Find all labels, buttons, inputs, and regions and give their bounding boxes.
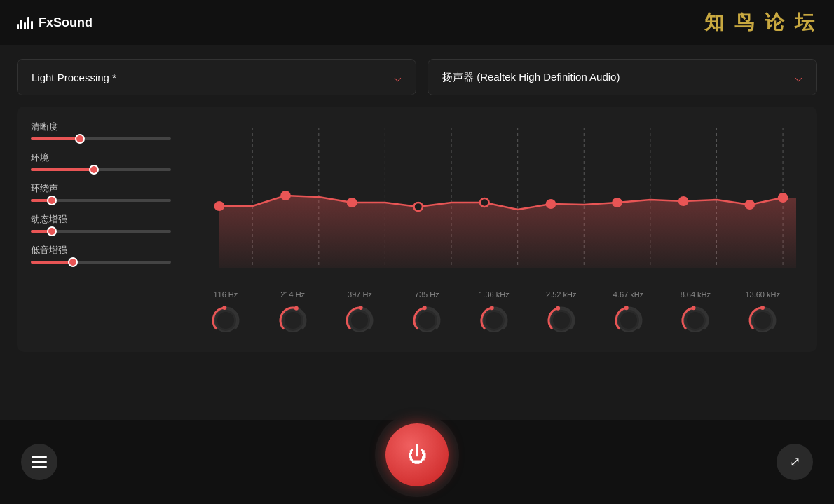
knob-svg-6 (612, 304, 645, 337)
svg-marker-9 (219, 196, 796, 268)
knob-svg-8 (746, 304, 779, 337)
knob-5[interactable] (544, 303, 579, 338)
sliders-panel: 清晰度环境环绕声动态增强低音增强 (31, 121, 185, 338)
eq-freq-label-0: 116 Hz (213, 290, 238, 299)
slider-thumb-surround (47, 196, 57, 205)
eq-band-col-4: 1.36 kHz (460, 290, 528, 338)
menu-line-1 (32, 456, 47, 458)
slider-row-dynamic: 动态增强 (31, 213, 171, 233)
logo-text: FxSound (39, 15, 93, 30)
svg-point-21 (217, 312, 234, 329)
expand-button[interactable]: ⤢ (777, 444, 813, 480)
knob-svg-3 (410, 304, 444, 337)
slider-thumb-ambience (89, 165, 99, 175)
eq-panel: 116 Hz214 Hz397 Hz735 Hz1.36 kHz2.52 kHz… (185, 121, 803, 338)
slider-thumb-clarity (75, 134, 85, 144)
eq-band-col-0: 116 Hz (192, 290, 259, 338)
svg-point-15 (547, 200, 556, 208)
knob-3[interactable] (409, 303, 444, 338)
power-button-outer: ⏻ (375, 413, 459, 497)
device-chevron: ⌵ (795, 69, 802, 85)
slider-thumb-dynamic (47, 226, 57, 236)
svg-point-14 (480, 198, 489, 207)
logo: FxSound (17, 15, 93, 30)
eq-freq-label-3: 735 Hz (415, 290, 439, 299)
slider-label-surround: 环绕声 (31, 182, 171, 195)
svg-point-19 (779, 193, 788, 202)
knob-4[interactable] (477, 303, 512, 338)
knob-svg-5 (545, 304, 578, 337)
svg-point-40 (624, 306, 628, 310)
menu-line-2 (32, 461, 47, 463)
svg-point-36 (553, 312, 570, 329)
slider-label-bass: 低音增强 (31, 244, 171, 257)
eq-band-col-3: 735 Hz (393, 290, 460, 338)
svg-point-10 (215, 202, 224, 210)
knob-6[interactable] (611, 303, 646, 338)
header: FxSound 知 鸟 论 坛 (0, 0, 834, 45)
knob-2[interactable] (342, 303, 377, 338)
slider-track-surround[interactable] (31, 199, 171, 202)
knob-svg-7 (678, 304, 712, 337)
menu-button[interactable] (21, 444, 57, 480)
knob-svg-4 (477, 304, 511, 337)
knob-svg-2 (343, 304, 376, 337)
svg-point-25 (294, 306, 299, 311)
power-icon: ⏻ (407, 445, 427, 465)
power-button[interactable]: ⏻ (385, 423, 449, 486)
svg-point-17 (679, 197, 688, 205)
eq-band-col-7: 8.64 kHz (662, 290, 729, 338)
eq-chart (192, 128, 796, 282)
eq-freq-label-8: 13.60 kHz (745, 290, 780, 299)
device-label: 扬声器 (Realtek High Definition Audio) (442, 71, 620, 84)
svg-point-24 (285, 312, 301, 329)
eq-band-col-5: 2.52 kHz (528, 290, 595, 338)
svg-point-34 (490, 306, 494, 310)
eq-freq-label-2: 397 Hz (348, 290, 372, 299)
svg-point-27 (351, 312, 368, 329)
menu-line-3 (32, 466, 47, 468)
svg-point-43 (692, 306, 696, 310)
eq-freq-label-7: 8.64 kHz (681, 290, 711, 299)
knob-1[interactable] (275, 303, 310, 338)
slider-row-ambience: 环境 (31, 151, 171, 171)
svg-point-18 (745, 200, 754, 209)
slider-label-dynamic: 动态增强 (31, 213, 171, 226)
slider-row-bass: 低音增强 (31, 244, 171, 264)
slider-track-dynamic[interactable] (31, 230, 171, 233)
eq-band-col-6: 4.67 kHz (595, 290, 662, 338)
svg-point-28 (359, 306, 363, 310)
slider-track-clarity[interactable] (31, 137, 171, 140)
device-dropdown[interactable]: 扬声器 (Realtek High Definition Audio) ⌵ (428, 59, 817, 95)
svg-point-37 (556, 306, 560, 311)
svg-point-12 (348, 198, 357, 207)
eq-labels: 116 Hz214 Hz397 Hz735 Hz1.36 kHz2.52 kHz… (192, 290, 796, 338)
bottom-bar: ⏻ ⤢ (0, 420, 834, 504)
preset-label: Light Processing * (32, 71, 116, 83)
svg-point-42 (687, 312, 704, 329)
preset-dropdown[interactable]: Light Processing * ⌵ (17, 59, 416, 95)
dropdowns-row: Light Processing * ⌵ 扬声器 (Realtek High D… (17, 59, 817, 95)
svg-point-39 (620, 312, 637, 329)
knob-svg-0 (209, 304, 242, 337)
slider-row-surround: 环绕声 (31, 182, 171, 202)
slider-thumb-bass (68, 257, 78, 267)
eq-freq-label-4: 1.36 kHz (479, 290, 509, 299)
knob-8[interactable] (745, 303, 780, 338)
svg-point-11 (281, 191, 290, 200)
slider-row-clarity: 清晰度 (31, 121, 171, 140)
svg-point-46 (760, 306, 765, 310)
eq-freq-label-1: 214 Hz (280, 290, 305, 299)
eq-freq-label-6: 4.67 kHz (613, 290, 643, 299)
svg-point-22 (222, 306, 226, 310)
svg-point-30 (418, 312, 435, 329)
slider-track-bass[interactable] (31, 261, 171, 264)
watermark: 知 鸟 论 坛 (704, 9, 817, 36)
preset-chevron: ⌵ (394, 69, 402, 85)
slider-fill-bass (31, 261, 73, 264)
knob-0[interactable] (208, 303, 243, 338)
slider-track-ambience[interactable] (31, 168, 171, 171)
eq-band-col-2: 397 Hz (327, 290, 394, 338)
svg-point-33 (486, 312, 503, 329)
knob-7[interactable] (678, 303, 713, 338)
